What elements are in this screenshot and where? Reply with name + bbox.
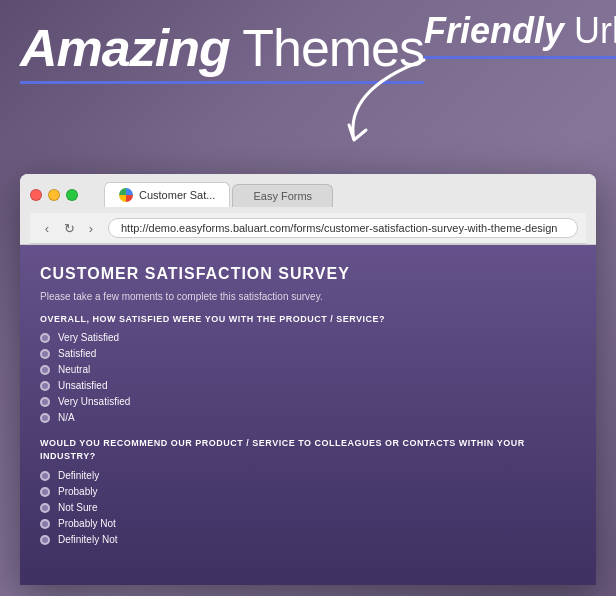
subtitle-bold: Friendly xyxy=(424,10,564,51)
option-probably: Probably xyxy=(40,486,576,497)
option-definitely-not-label: Definitely Not xyxy=(58,534,117,545)
option-definitely-not: Definitely Not xyxy=(40,534,576,545)
arrow-icon xyxy=(324,50,454,170)
tab-favicon xyxy=(119,188,133,202)
inactive-tab-label: Easy Forms xyxy=(253,190,312,202)
subtitle-text: Friendly Urls xyxy=(424,10,616,52)
back-button[interactable]: ‹ xyxy=(38,219,56,237)
arrow-section: Friendly Urls xyxy=(424,10,616,59)
header-section: Amazing Themes Friendly Urls xyxy=(20,20,596,84)
radio-dot-5[interactable] xyxy=(40,397,50,407)
option-definitely-label: Definitely xyxy=(58,470,99,481)
title-bold: Amazing xyxy=(20,19,230,77)
active-tab[interactable]: Customer Sat... xyxy=(104,182,230,207)
survey-inner: CUSTOMER SATISFACTION SURVEY Please take… xyxy=(40,265,576,545)
arrow-container xyxy=(324,50,454,170)
radio-dot-7[interactable] xyxy=(40,471,50,481)
forward-button[interactable]: › xyxy=(82,219,100,237)
url-bar[interactable]: http://demo.easyforms.baluart.com/forms/… xyxy=(108,218,578,238)
option-na: N/A xyxy=(40,412,576,423)
option-satisfied-label: Satisfied xyxy=(58,348,96,359)
active-tab-label: Customer Sat... xyxy=(139,189,215,201)
radio-dot-10[interactable] xyxy=(40,519,50,529)
radio-dot-8[interactable] xyxy=(40,487,50,497)
maximize-dot[interactable] xyxy=(66,189,78,201)
question-1-label: OVERALL, HOW SATISFIED WERE YOU WITH THE… xyxy=(40,314,576,324)
survey-title: CUSTOMER SATISFACTION SURVEY xyxy=(40,265,576,283)
page-container: Amazing Themes Friendly Urls xyxy=(0,0,616,585)
option-probably-not-label: Probably Not xyxy=(58,518,116,529)
option-probably-not: Probably Not xyxy=(40,518,576,529)
browser-tabs: Customer Sat... Easy Forms xyxy=(104,182,333,207)
radio-dot-1[interactable] xyxy=(40,333,50,343)
option-satisfied: Satisfied xyxy=(40,348,576,359)
radio-dot-2[interactable] xyxy=(40,349,50,359)
radio-dot-3[interactable] xyxy=(40,365,50,375)
minimize-dot[interactable] xyxy=(48,189,60,201)
nav-buttons: ‹ ↻ › xyxy=(38,219,100,237)
survey-content: CUSTOMER SATISFACTION SURVEY Please take… xyxy=(20,245,596,585)
radio-dot-11[interactable] xyxy=(40,535,50,545)
option-neutral-label: Neutral xyxy=(58,364,90,375)
radio-dot-6[interactable] xyxy=(40,413,50,423)
reload-button[interactable]: ↻ xyxy=(60,219,78,237)
radio-dot-4[interactable] xyxy=(40,381,50,391)
option-unsatisfied: Unsatisfied xyxy=(40,380,576,391)
subtitle-light: Urls xyxy=(564,10,616,51)
survey-subtitle: Please take a few moments to complete th… xyxy=(40,291,576,302)
inactive-tab[interactable]: Easy Forms xyxy=(232,184,333,207)
option-neutral: Neutral xyxy=(40,364,576,375)
question-2-label: WOULD YOU RECOMMEND OUR PRODUCT / SERVIC… xyxy=(40,437,576,462)
question-2-block: WOULD YOU RECOMMEND OUR PRODUCT / SERVIC… xyxy=(40,437,576,545)
option-very-satisfied-label: Very Satisfied xyxy=(58,332,119,343)
browser-controls: Customer Sat... Easy Forms xyxy=(30,182,586,207)
browser-addressbar: ‹ ↻ › http://demo.easyforms.baluart.com/… xyxy=(30,213,586,244)
option-probably-label: Probably xyxy=(58,486,97,497)
option-not-sure-label: Not Sure xyxy=(58,502,97,513)
close-dot[interactable] xyxy=(30,189,42,201)
question-1-block: OVERALL, HOW SATISFIED WERE YOU WITH THE… xyxy=(40,314,576,423)
browser-chrome: Customer Sat... Easy Forms ‹ ↻ › http://… xyxy=(20,174,596,245)
option-very-satisfied: Very Satisfied xyxy=(40,332,576,343)
option-very-unsatisfied-label: Very Unsatisfied xyxy=(58,396,130,407)
option-na-label: N/A xyxy=(58,412,75,423)
option-definitely: Definitely xyxy=(40,470,576,481)
option-unsatisfied-label: Unsatisfied xyxy=(58,380,107,391)
option-not-sure: Not Sure xyxy=(40,502,576,513)
browser-window: Customer Sat... Easy Forms ‹ ↻ › http://… xyxy=(20,174,596,585)
option-very-unsatisfied: Very Unsatisfied xyxy=(40,396,576,407)
radio-dot-9[interactable] xyxy=(40,503,50,513)
